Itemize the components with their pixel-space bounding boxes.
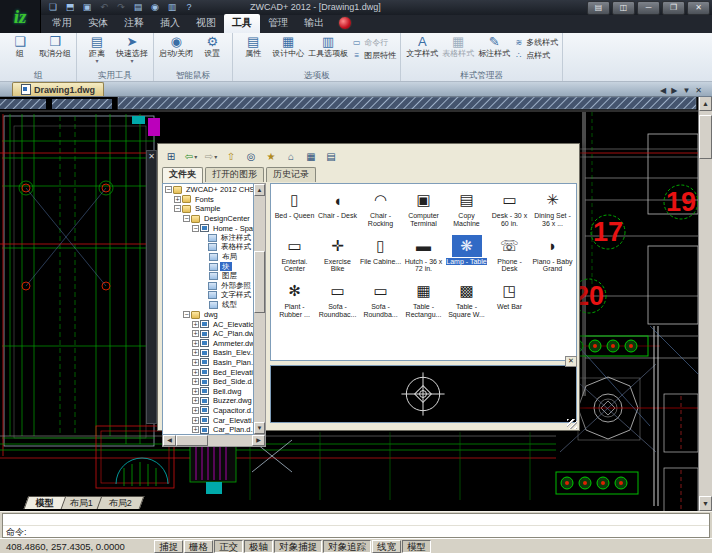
- load-icon[interactable]: ⊞: [162, 148, 180, 165]
- design-center-title-strip[interactable]: ✕: [146, 150, 157, 424]
- dc-tab-打开的图形[interactable]: 打开的图形: [205, 167, 264, 182]
- block-item[interactable]: ▭Entertai. Center: [273, 235, 316, 274]
- ribbon-button-点样式[interactable]: ∴点样式: [513, 49, 558, 61]
- block-item[interactable]: ✛Exercise Bike: [316, 235, 359, 274]
- publish-button[interactable]: ▥: [165, 1, 179, 13]
- ribbon-button-启动/关闭[interactable]: ◉启动/关闭: [158, 34, 194, 59]
- tree-item[interactable]: +Buzzer.dwg: [163, 396, 253, 406]
- tree-vertical-scrollbar[interactable]: ▲ ▼: [254, 183, 266, 435]
- save-button[interactable]: ▣: [80, 1, 94, 13]
- help-button[interactable]: ?: [182, 1, 196, 13]
- ribbon-button-表格样式[interactable]: ▦表格样式: [441, 34, 475, 59]
- tree-item[interactable]: +Capacitor.d...: [163, 406, 253, 416]
- block-item[interactable]: ❋Lamp - Table: [445, 235, 488, 274]
- zwcad-logo[interactable]: iz: [0, 0, 41, 33]
- ribbon-tab-输出[interactable]: 输出: [296, 14, 332, 33]
- tree-item[interactable]: 布局: [163, 252, 253, 262]
- block-item[interactable]: ▣Computer Terminal: [402, 189, 445, 228]
- tree-item[interactable]: +Bell.dwg: [163, 386, 253, 396]
- folder-tree[interactable]: −ZWCAD+ 2012 CHS+Fonts−Sample−DesignCent…: [162, 183, 254, 435]
- status-toggle-栅格[interactable]: 栅格: [184, 540, 213, 553]
- status-toggle-捕捉[interactable]: 捕捉: [154, 540, 183, 553]
- scroll-down-icon[interactable]: ▼: [254, 422, 265, 434]
- scrollbar-thumb[interactable]: [254, 251, 265, 313]
- switch-window-button[interactable]: ◫: [612, 1, 635, 15]
- prev-tab-button[interactable]: ◀: [660, 86, 666, 95]
- scroll-up-icon[interactable]: ▲: [254, 184, 265, 196]
- ribbon-tab-常用[interactable]: 常用: [44, 14, 80, 33]
- expand-icon[interactable]: +: [192, 417, 199, 424]
- dc-tab-历史记录[interactable]: 历史记录: [266, 167, 316, 182]
- ribbon-tab-视图[interactable]: 视图: [188, 14, 224, 33]
- status-toggle-正交[interactable]: 正交: [214, 540, 243, 553]
- block-item[interactable]: ◠Chair - Rocking: [359, 189, 402, 228]
- close-button[interactable]: ✕: [687, 1, 710, 15]
- ribbon-tab-实体[interactable]: 实体: [80, 14, 116, 33]
- tree-item[interactable]: 标注样式: [163, 233, 253, 243]
- search-icon[interactable]: ◎: [242, 148, 260, 165]
- expand-icon[interactable]: +: [192, 426, 199, 433]
- ribbon-button-命令行[interactable]: ▭命令行: [351, 36, 396, 48]
- ribbon-button-取消分组[interactable]: ❒取消分组: [38, 34, 72, 59]
- minimize-button[interactable]: ─: [637, 1, 660, 15]
- expand-icon[interactable]: +: [192, 359, 199, 366]
- next-tab-button[interactable]: ▶: [671, 86, 677, 95]
- block-item[interactable]: ▭Sofa - Roundbac...: [316, 280, 359, 319]
- block-item[interactable]: ☏Phone - Desk: [488, 235, 531, 274]
- collapse-icon[interactable]: −: [165, 186, 172, 193]
- open-button[interactable]: ⬒: [63, 1, 77, 13]
- expand-icon[interactable]: +: [192, 340, 199, 347]
- scrollbar-thumb[interactable]: [176, 435, 208, 446]
- new-button[interactable]: ❏: [46, 1, 60, 13]
- scroll-down-icon[interactable]: ▼: [699, 496, 712, 511]
- expand-icon[interactable]: +: [192, 321, 199, 328]
- block-item[interactable]: ◳Wet Bar: [488, 280, 531, 319]
- resize-grip[interactable]: [567, 419, 577, 429]
- status-toggle-对象追踪[interactable]: 对象追踪: [323, 540, 371, 553]
- tree-toggle-icon[interactable]: ▦: [302, 148, 320, 165]
- block-item[interactable]: ▦Table - Rectangu...: [402, 280, 445, 319]
- back-icon[interactable]: ⇦▾: [182, 148, 200, 165]
- expand-icon[interactable]: +: [192, 349, 199, 356]
- tree-item[interactable]: +Fonts: [163, 195, 253, 205]
- canvas-vertical-scrollbar[interactable]: ▲ ▼: [698, 96, 712, 511]
- collapse-icon[interactable]: −: [174, 205, 181, 212]
- home-icon[interactable]: ⌂: [282, 148, 300, 165]
- ribbon-button-文字样式[interactable]: A文字样式: [405, 34, 439, 59]
- ribbon-button-距离[interactable]: ▤距离▾: [81, 34, 113, 64]
- tree-item[interactable]: 图层: [163, 271, 253, 281]
- expand-icon[interactable]: +: [174, 196, 181, 203]
- block-item[interactable]: ▯File Cabine...: [359, 235, 402, 274]
- expand-icon[interactable]: +: [192, 378, 199, 385]
- ribbon-button-属性[interactable]: ▤属性: [237, 34, 269, 59]
- tree-item[interactable]: 文字样式: [163, 291, 253, 301]
- ribbon-tab-管理[interactable]: 管理: [260, 14, 296, 33]
- tree-item[interactable]: −Home - Spac...: [163, 223, 253, 233]
- expand-icon[interactable]: +: [192, 388, 199, 395]
- layout-tab-模型[interactable]: 模型: [24, 496, 67, 509]
- block-item[interactable]: ✻Plant - Rubber ...: [273, 280, 316, 319]
- tree-item[interactable]: +Bed_Elevati...: [163, 367, 253, 377]
- ribbon-button-工具选项板[interactable]: ▥工具选项板: [307, 34, 349, 59]
- ribbon-style-button[interactable]: ▤: [587, 1, 610, 15]
- ribbon-button-快速选择[interactable]: ➤快速选择▾: [115, 34, 149, 64]
- tree-item[interactable]: −DesignCenter: [163, 214, 253, 224]
- favorites-icon[interactable]: ★: [262, 148, 280, 165]
- block-item[interactable]: ◖Chair - Desk: [316, 189, 359, 228]
- status-toggle-极轴[interactable]: 极轴: [244, 540, 273, 553]
- command-prompt[interactable]: 命令:: [3, 526, 709, 537]
- expand-icon[interactable]: +: [192, 330, 199, 337]
- scroll-up-icon[interactable]: ▲: [699, 96, 712, 111]
- expand-icon[interactable]: +: [192, 369, 199, 376]
- online-icon[interactable]: [338, 16, 352, 30]
- ribbon-tab-注释[interactable]: 注释: [116, 14, 152, 33]
- ribbon-button-多线样式[interactable]: ≋多线样式: [513, 36, 558, 48]
- forward-icon[interactable]: ⇨▾: [202, 148, 220, 165]
- scroll-right-icon[interactable]: ▶: [252, 435, 265, 446]
- expand-icon[interactable]: +: [192, 407, 199, 414]
- status-toggle-对象捕捉[interactable]: 对象捕捉: [274, 540, 322, 553]
- design-center-close-icon[interactable]: ✕: [147, 152, 156, 162]
- maximize-button[interactable]: ❐: [662, 1, 685, 15]
- ribbon-tab-插入[interactable]: 插入: [152, 14, 188, 33]
- preview-close-icon[interactable]: ✕: [565, 356, 577, 367]
